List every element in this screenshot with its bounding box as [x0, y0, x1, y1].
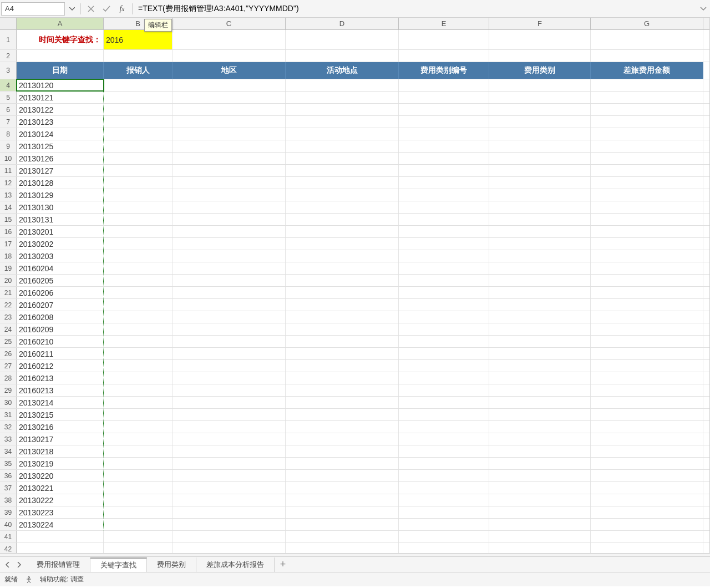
cell[interactable] — [489, 299, 591, 311]
row-header[interactable]: 39 — [0, 506, 17, 518]
cell[interactable] — [399, 433, 489, 445]
cell[interactable]: 2016 — [104, 30, 173, 49]
cell[interactable] — [591, 348, 703, 359]
cell[interactable] — [104, 262, 173, 274]
cell[interactable]: 20160211 — [17, 348, 104, 359]
cell[interactable] — [591, 482, 703, 494]
cell[interactable]: 20130120 — [17, 79, 104, 91]
cell[interactable] — [489, 140, 591, 152]
cell[interactable] — [591, 311, 703, 323]
cell[interactable] — [489, 384, 591, 396]
cell[interactable]: 地区 — [173, 62, 286, 79]
cell[interactable] — [286, 543, 399, 553]
cell[interactable] — [17, 50, 104, 62]
cell[interactable] — [173, 92, 286, 103]
cell[interactable] — [173, 165, 286, 176]
cell[interactable]: 时间关键字查找： — [17, 30, 104, 49]
column-header-C[interactable]: C — [173, 18, 286, 29]
row-header[interactable]: 1 — [0, 30, 17, 49]
cell[interactable] — [286, 409, 399, 420]
cell[interactable]: 20160204 — [17, 262, 104, 274]
cell[interactable]: 20160207 — [17, 299, 104, 311]
cell[interactable] — [173, 336, 286, 347]
cell[interactable] — [286, 482, 399, 494]
cell[interactable] — [399, 214, 489, 225]
cell[interactable] — [489, 445, 591, 457]
row-header[interactable]: 37 — [0, 482, 17, 494]
row-header[interactable]: 32 — [0, 421, 17, 433]
row-header[interactable]: 11 — [0, 165, 17, 176]
cell[interactable] — [104, 165, 173, 176]
cell[interactable] — [104, 238, 173, 250]
cell[interactable]: 20130121 — [17, 92, 104, 103]
cell[interactable] — [104, 104, 173, 115]
cell[interactable] — [286, 140, 399, 152]
sheet-tab[interactable]: 差旅成本分析报告 — [196, 557, 275, 572]
name-box-dropdown[interactable] — [67, 3, 77, 15]
cell[interactable] — [104, 506, 173, 518]
cell[interactable] — [591, 189, 703, 201]
cell[interactable] — [173, 397, 286, 408]
cell[interactable] — [286, 238, 399, 250]
cell[interactable] — [489, 543, 591, 553]
cell[interactable] — [489, 360, 591, 372]
cell[interactable] — [399, 116, 489, 128]
cell[interactable] — [399, 50, 489, 62]
cell[interactable] — [399, 177, 489, 189]
cell[interactable] — [286, 116, 399, 128]
cell[interactable] — [399, 226, 489, 237]
formula-input[interactable] — [136, 2, 369, 16]
row-header[interactable]: 42 — [0, 543, 17, 553]
cell[interactable] — [173, 531, 286, 543]
cell[interactable] — [591, 116, 703, 128]
cell[interactable] — [591, 531, 703, 543]
cell[interactable] — [104, 384, 173, 396]
cell[interactable]: 20130216 — [17, 421, 104, 433]
tab-scroll-right[interactable] — [13, 558, 24, 571]
cell[interactable] — [286, 128, 399, 140]
cell[interactable] — [489, 189, 591, 201]
cell[interactable] — [399, 92, 489, 103]
cell[interactable] — [173, 50, 286, 62]
cell[interactable] — [286, 470, 399, 481]
cell[interactable] — [489, 336, 591, 347]
cell[interactable] — [104, 128, 173, 140]
row-header[interactable]: 27 — [0, 360, 17, 372]
cell[interactable] — [104, 50, 173, 62]
cell[interactable] — [489, 311, 591, 323]
cell[interactable] — [489, 177, 591, 189]
cell[interactable] — [173, 506, 286, 518]
cell[interactable]: 20130221 — [17, 482, 104, 494]
cell[interactable] — [173, 348, 286, 359]
row-header[interactable]: 29 — [0, 384, 17, 396]
row-header[interactable]: 31 — [0, 409, 17, 420]
cell[interactable] — [399, 421, 489, 433]
cell[interactable] — [286, 519, 399, 530]
cell[interactable] — [489, 470, 591, 481]
cell[interactable] — [399, 360, 489, 372]
cell[interactable] — [173, 287, 286, 298]
cell[interactable] — [489, 153, 591, 164]
expand-formula-bar[interactable] — [698, 3, 709, 14]
row-header[interactable]: 3 — [0, 62, 17, 79]
cell[interactable] — [591, 140, 703, 152]
cell[interactable] — [591, 153, 703, 164]
cell[interactable] — [173, 384, 286, 396]
cell[interactable] — [286, 336, 399, 347]
row-header[interactable]: 26 — [0, 348, 17, 359]
cell[interactable] — [399, 397, 489, 408]
cell[interactable]: 20130214 — [17, 397, 104, 408]
cell[interactable] — [286, 262, 399, 274]
cell[interactable] — [591, 250, 703, 262]
cell[interactable]: 20130202 — [17, 238, 104, 250]
cell[interactable] — [489, 116, 591, 128]
cell[interactable]: 差旅费用金额 — [591, 62, 703, 79]
cell[interactable] — [104, 177, 173, 189]
cell[interactable] — [489, 519, 591, 530]
row-header[interactable]: 6 — [0, 104, 17, 115]
cell[interactable]: 20160209 — [17, 323, 104, 335]
row-header[interactable]: 20 — [0, 275, 17, 286]
cell[interactable] — [591, 458, 703, 469]
cell[interactable] — [591, 445, 703, 457]
cell[interactable]: 20160213 — [17, 384, 104, 396]
